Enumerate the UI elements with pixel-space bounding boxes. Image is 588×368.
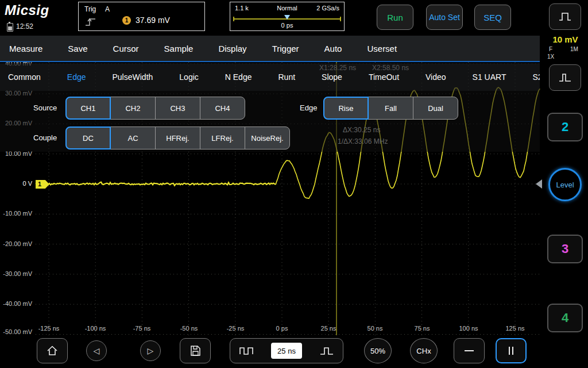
x-axis-label: 25 ns xyxy=(311,325,346,332)
battery-icon xyxy=(7,23,13,32)
edge-dual-button[interactable]: Dual xyxy=(413,97,458,120)
brand-logo: Micsig xyxy=(5,2,49,18)
couple-label: Couple xyxy=(33,133,57,142)
channel-select-button[interactable]: CHx xyxy=(410,338,438,363)
x-axis-label: 100 ns xyxy=(451,325,486,332)
edge-label: Edge xyxy=(300,103,317,112)
subtab-runt[interactable]: Runt xyxy=(278,72,295,82)
home-button[interactable] xyxy=(37,338,68,363)
source-label: Source xyxy=(33,103,57,112)
trigger-50pct-button[interactable]: 50% xyxy=(364,338,392,363)
subtab-common[interactable]: Common xyxy=(8,72,41,82)
pulse-icon xyxy=(558,11,572,22)
x-axis-label: 75 ns xyxy=(405,325,439,332)
edge-rise-button[interactable]: Rise xyxy=(323,97,369,120)
x-axis-label: -125 ns xyxy=(32,325,66,332)
acquisition-status-box[interactable]: 1.1 k Normal 2 GSa/s 0 ps xyxy=(230,2,345,31)
trigger-menu-overlay: Measure Save Cursor Sample Display Trigg… xyxy=(0,36,540,152)
x-axis-label: -50 ns xyxy=(172,325,206,332)
tab-userset[interactable]: Userset xyxy=(367,44,397,53)
trigger-pulse-button-2[interactable] xyxy=(549,64,581,91)
couple-dc-button[interactable]: DC xyxy=(65,126,111,150)
tab-save[interactable]: Save xyxy=(68,44,87,53)
bottom-toolbar: ◁ Fine ▷ 25 ns 50% CHx xyxy=(0,336,588,368)
edge-slope-group: Rise Fall Dual xyxy=(323,97,458,120)
y-axis-label: -50.00 mV xyxy=(0,328,32,335)
horizontal-offset: 0 ps xyxy=(230,22,344,29)
trigger-pulse-button[interactable] xyxy=(549,3,581,30)
x-axis-label: -75 ns xyxy=(125,325,159,332)
y-axis-label: -40.00 mV xyxy=(0,300,32,307)
tab-sample[interactable]: Sample xyxy=(164,44,194,53)
subtab-slope[interactable]: Slope xyxy=(322,72,342,82)
x-axis-label: 125 ns xyxy=(498,325,532,332)
left-triangle-icon: ◁ xyxy=(94,346,100,355)
trigger-level-value: 37.69 mV xyxy=(136,16,170,25)
pulse-narrow-icon xyxy=(558,72,572,83)
source-ch1-button[interactable]: CH1 xyxy=(65,97,111,120)
timebase-value[interactable]: 25 ns xyxy=(271,343,302,359)
two-bars-icon xyxy=(505,345,517,356)
tab-measure[interactable]: Measure xyxy=(9,44,42,53)
couple-ac-button[interactable]: AC xyxy=(110,126,156,150)
sample-rate: 2 GSa/s xyxy=(316,5,339,12)
subtab-nedge[interactable]: N Edge xyxy=(225,72,252,82)
trigger-status-box[interactable]: Trig A 1 37.69 mV xyxy=(78,2,205,31)
couple-hfrej-button[interactable]: HFRej. xyxy=(155,126,200,150)
oscilloscope-screen: 40.00 mV 30.00 mV 20.00 mV 10.00 mV 0 V … xyxy=(0,0,588,368)
fine-decrement-button[interactable]: ◁ xyxy=(86,340,107,361)
tab-trigger[interactable]: Trigger xyxy=(272,44,299,53)
x-axis-label: -100 ns xyxy=(78,325,113,332)
clock: 12:52 xyxy=(16,22,33,30)
ch1-scale-readout[interactable]: 10 mV xyxy=(543,34,588,44)
subtab-s1uart[interactable]: S1 UART xyxy=(473,72,506,82)
y-axis-label: -10.00 mV xyxy=(0,210,32,217)
ch1-probe: 1X xyxy=(547,53,554,60)
autoset-button[interactable]: Auto Set xyxy=(426,5,463,30)
channel2-button[interactable]: 2 xyxy=(547,113,583,141)
source-ch4-button[interactable]: CH4 xyxy=(200,97,245,120)
trigger-source-badge: 1 xyxy=(122,16,131,25)
timebase-control-group: 25 ns xyxy=(230,338,343,363)
square-wave-icon[interactable] xyxy=(239,345,254,356)
fine-increment-button[interactable]: ▷ xyxy=(140,340,161,361)
tab-auto[interactable]: Auto xyxy=(324,44,342,53)
y-axis-label: -30.00 mV xyxy=(0,270,32,277)
channel4-button[interactable]: 4 xyxy=(547,304,583,332)
seq-button[interactable]: SEQ xyxy=(474,5,511,30)
horizontal-position-bar xyxy=(230,14,344,21)
subtab-s2[interactable]: S2 xyxy=(532,72,540,82)
couple-lfrej-button[interactable]: LFRej. xyxy=(200,126,245,150)
edge-fall-button[interactable]: Fall xyxy=(368,97,413,120)
ch1-coupling: F xyxy=(549,46,552,52)
subtab-video[interactable]: Video xyxy=(425,72,446,82)
tab-cursor[interactable]: Cursor xyxy=(113,44,139,53)
tab-display[interactable]: Display xyxy=(218,44,246,53)
couple-group: DC AC HFRej. LFRej. NoiseRej. xyxy=(65,126,290,150)
home-icon xyxy=(45,344,59,358)
main-menu-tabs: Measure Save Cursor Sample Display Trigg… xyxy=(0,36,540,62)
trigger-settings-panel: Source CH1 CH2 CH3 CH4 Edge Rise Fall Du… xyxy=(0,91,540,152)
x-axis-label: -25 ns xyxy=(218,325,253,332)
y-axis-label: -20.00 mV xyxy=(0,240,32,247)
trigger-level-arrow[interactable] xyxy=(536,179,542,189)
subtab-timeout[interactable]: TimeOut xyxy=(369,72,399,82)
x-axis-label: 0 ps xyxy=(265,325,299,332)
subtab-edge[interactable]: Edge xyxy=(67,72,86,82)
split-view-button[interactable] xyxy=(496,338,527,363)
floppy-disk-icon xyxy=(188,344,202,358)
right-triangle-icon: ▷ xyxy=(148,346,154,355)
trigger-level-knob[interactable]: Level xyxy=(548,168,582,201)
source-ch2-button[interactable]: CH2 xyxy=(110,97,156,120)
run-stop-button[interactable]: Run xyxy=(377,5,413,30)
y-axis-label-zero: 0 V xyxy=(0,180,32,187)
minimize-menu-button[interactable] xyxy=(454,338,485,363)
source-ch3-button[interactable]: CH3 xyxy=(155,97,200,120)
trigger-type-tabs: Common Edge PulseWidth Logic N Edge Runt… xyxy=(0,63,540,91)
subtab-pulsewidth[interactable]: PulseWidth xyxy=(113,72,153,82)
channel3-button[interactable]: 3 xyxy=(547,235,583,263)
couple-noiserej-button[interactable]: NoiseRej. xyxy=(245,126,290,150)
single-pulse-icon[interactable] xyxy=(319,345,334,356)
save-button[interactable] xyxy=(180,338,211,363)
subtab-logic[interactable]: Logic xyxy=(179,72,198,82)
